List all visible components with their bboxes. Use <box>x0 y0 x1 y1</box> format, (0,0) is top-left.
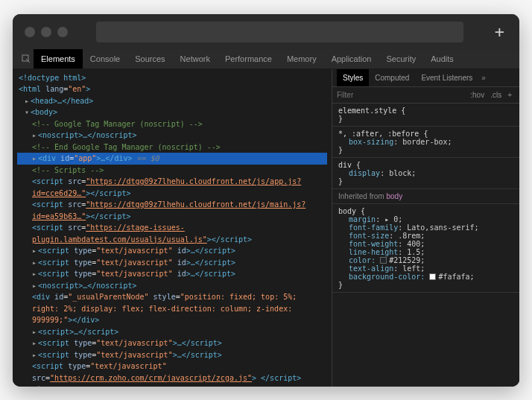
style-rule[interactable]: *, :after, :before { box-sizing: border-… <box>332 127 519 158</box>
dom-line[interactable]: ▸<noscript>…</noscript> <box>17 130 327 142</box>
styles-filter-input[interactable] <box>337 91 467 99</box>
color-swatch-icon[interactable] <box>380 257 387 264</box>
dom-line[interactable]: ▸<script type="text/javascript">…</scrip… <box>17 337 327 349</box>
styles-panel: Styles Computed Event Listeners » :hov .… <box>332 69 519 387</box>
more-tabs-icon[interactable]: » <box>481 74 486 82</box>
dom-line[interactable]: <script src="https://stage-issues-plugin… <box>17 222 327 245</box>
dom-line[interactable]: <!-- Google Tag Manager (noscript) --> <box>17 118 327 130</box>
dom-line[interactable]: ▸<head>…</head> <box>17 95 327 107</box>
styles-tab-event-listeners[interactable]: Event Listeners <box>415 69 478 87</box>
color-swatch-icon[interactable] <box>429 273 436 280</box>
inspect-icon[interactable] <box>19 54 34 63</box>
tab-elements[interactable]: Elements <box>34 49 83 69</box>
dom-line[interactable]: <div id="_usualParentNode" style="positi… <box>17 291 327 326</box>
dom-line[interactable]: ▸<script type="text/javascript">…</scrip… <box>17 349 327 361</box>
dom-line[interactable]: <script src="https://dtgg09z7lhehu.cloud… <box>17 199 327 222</box>
dom-line[interactable]: <!-- Scripts --> <box>17 165 327 177</box>
tab-security[interactable]: Security <box>379 49 423 69</box>
dom-line[interactable]: <!-- … --> <box>17 384 327 387</box>
titlebar: + <box>13 14 519 50</box>
minimize-traffic-light[interactable] <box>41 27 51 37</box>
dom-line[interactable]: <!doctype html> <box>17 72 327 84</box>
dom-line[interactable]: ▸<script type="text/javascript" id>…</sc… <box>17 268 327 280</box>
dom-line[interactable]: ▸<script>…</script> <box>17 326 327 338</box>
tab-application[interactable]: Application <box>324 49 379 69</box>
cls-button[interactable]: .cls <box>487 91 504 99</box>
styles-tab-styles[interactable]: Styles <box>337 69 369 87</box>
dom-line[interactable]: <!-- End Google Tag Manager (noscript) -… <box>17 142 327 153</box>
url-bar[interactable] <box>96 22 463 42</box>
tab-performance[interactable]: Performance <box>218 49 279 69</box>
style-rule[interactable]: element.style { } <box>332 104 519 127</box>
dom-line[interactable]: ▸<script type="text/javascript" id>…</sc… <box>17 257 327 269</box>
styles-tabs: Styles Computed Event Listeners » <box>332 69 519 87</box>
dom-line[interactable]: <html lang="en"> <box>17 83 327 95</box>
tab-memory[interactable]: Memory <box>279 49 324 69</box>
filter-row: :hov .cls + <box>332 87 519 104</box>
dom-line[interactable]: ▾<body> <box>17 107 327 118</box>
devtools-content: <!doctype html> <html lang="en"> ▸<head>… <box>13 69 519 387</box>
hov-button[interactable]: :hov <box>467 91 487 99</box>
tab-console[interactable]: Console <box>83 49 127 69</box>
dom-line[interactable]: ▸<noscript>…</noscript> <box>17 280 327 292</box>
close-traffic-light[interactable] <box>25 27 35 37</box>
dom-line[interactable]: <script type="text/javascript" src="http… <box>17 361 327 384</box>
style-rule[interactable]: body { margin: ▸ 0; font-family: Lato,sa… <box>332 204 519 293</box>
style-rule[interactable]: div { display: block; } <box>332 158 519 189</box>
devtools-tabs: Elements Console Sources Network Perform… <box>13 50 519 69</box>
inherited-link[interactable]: body <box>386 192 402 200</box>
tab-sources[interactable]: Sources <box>127 49 172 69</box>
inherited-from: Inherited from body <box>332 189 519 204</box>
browser-window: + Elements Console Sources Network Perfo… <box>13 14 519 387</box>
dom-line[interactable]: ▸<script type="text/javascript" id>…</sc… <box>17 245 327 257</box>
tab-network[interactable]: Network <box>173 49 218 69</box>
tab-audits[interactable]: Audits <box>423 49 461 69</box>
styles-tab-computed[interactable]: Computed <box>369 69 415 87</box>
add-rule-button[interactable]: + <box>504 91 515 99</box>
dom-tree[interactable]: <!doctype html> <html lang="en"> ▸<head>… <box>13 69 332 387</box>
dom-line-selected[interactable]: ▸<div id="app">…</div> == $0 <box>17 153 327 165</box>
dom-line[interactable]: <script src="https://dtgg09z7lhehu.cloud… <box>17 176 327 199</box>
new-tab-button[interactable]: + <box>492 22 507 41</box>
zoom-traffic-light[interactable] <box>57 27 68 37</box>
